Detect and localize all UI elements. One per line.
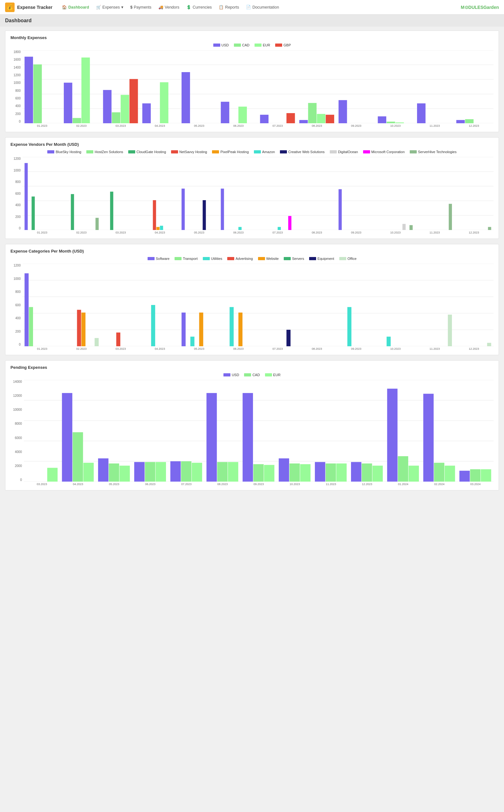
svg-rect-51 — [278, 227, 281, 230]
nav-documentation-label: Documentation — [252, 5, 279, 10]
legend-gbp: GBP — [275, 43, 291, 47]
svg-rect-106 — [279, 458, 289, 482]
svg-rect-55 — [409, 225, 413, 230]
nav-payments[interactable]: $ Payments — [127, 3, 155, 11]
leg-hostzen-color — [86, 150, 93, 153]
svg-rect-96 — [156, 462, 166, 482]
legend-gbp-label: GBP — [283, 43, 291, 47]
monthly-expenses-svg — [23, 50, 494, 123]
chart4-wrap: 0 2000 4000 6000 8000 10000 12000 14000 — [10, 380, 494, 482]
svg-rect-22 — [299, 120, 308, 123]
svg-rect-52 — [288, 216, 291, 230]
y-axis-4: 0 2000 4000 6000 8000 10000 12000 14000 — [10, 380, 24, 482]
x-axis-1: 01.202302.202303.202304.202305.202306.20… — [23, 124, 494, 127]
svg-rect-118 — [423, 394, 434, 482]
svg-rect-95 — [145, 462, 156, 482]
doc-icon: 📄 — [246, 5, 251, 10]
svg-rect-16 — [160, 82, 169, 123]
nav-expenses[interactable]: 🛒 Expenses ▾ — [93, 3, 127, 11]
svg-rect-113 — [362, 463, 372, 482]
page-header: Dashboard — [0, 15, 504, 27]
leg-pixelpeak-color — [212, 150, 219, 153]
svg-rect-12 — [112, 112, 120, 123]
nav-vendors[interactable]: 🚚 Vendors — [155, 3, 182, 11]
leg-netsavvy-color — [171, 150, 178, 153]
vendors-svg — [23, 157, 494, 230]
svg-rect-30 — [417, 103, 426, 123]
page-title: Dashboard — [5, 18, 32, 23]
svg-rect-40 — [32, 196, 35, 230]
svg-rect-19 — [238, 107, 247, 123]
categories-svg — [23, 264, 494, 346]
svg-rect-121 — [459, 471, 470, 482]
legend-eur-label: EUR — [263, 43, 270, 47]
svg-rect-115 — [387, 389, 398, 482]
y-axis-1: 0 200 400 600 800 1000 1200 1400 1600 18… — [10, 50, 23, 123]
svg-rect-56 — [449, 204, 452, 230]
svg-rect-29 — [395, 122, 404, 123]
svg-rect-97 — [170, 461, 181, 482]
svg-rect-47 — [182, 189, 185, 230]
svg-rect-45 — [156, 227, 160, 230]
vendors-legend: BlueSky Hosting HostZen Solutions CloudG… — [10, 150, 494, 154]
nav-reports-label: Reports — [225, 5, 239, 10]
svg-rect-101 — [217, 462, 228, 482]
leg-microsoft-color — [363, 150, 370, 153]
svg-rect-65 — [29, 307, 33, 347]
leg-bluesky-color — [47, 150, 54, 153]
monthly-expenses-legend: USD CAD EUR GBP — [10, 43, 494, 47]
svg-rect-13 — [121, 95, 129, 123]
legend-eur-color — [255, 43, 262, 47]
svg-rect-91 — [98, 458, 109, 482]
svg-rect-66 — [77, 310, 81, 346]
monthly-expenses-title: Monthly Expenses — [10, 35, 494, 40]
svg-rect-50 — [238, 227, 242, 230]
svg-rect-42 — [96, 218, 99, 230]
app-title: Expense Tracker — [17, 5, 52, 10]
svg-rect-77 — [347, 307, 351, 347]
brand-name2: Garden — [483, 5, 499, 10]
svg-rect-98 — [181, 461, 191, 482]
nav-currencies[interactable]: 💲 Currencies — [183, 3, 215, 11]
categories-per-month-card: Expense Categories Per Month (USD) Softw… — [5, 244, 499, 355]
svg-rect-123 — [481, 469, 491, 482]
svg-rect-23 — [308, 103, 317, 123]
svg-rect-87 — [47, 468, 58, 482]
svg-rect-70 — [151, 305, 155, 346]
x-axis-2: 01.202302.202303.202304.202305.202306.20… — [23, 231, 494, 234]
svg-rect-10 — [82, 57, 90, 123]
leg-serverhive-color — [410, 150, 417, 153]
legend-usd-color — [213, 43, 220, 47]
svg-rect-114 — [372, 466, 383, 482]
brand-o: ⊙ — [465, 5, 468, 10]
svg-rect-24 — [317, 114, 326, 123]
pending-legend: USD CAD EUR — [10, 373, 494, 377]
legend-cad-label: CAD — [242, 43, 249, 47]
svg-rect-74 — [229, 307, 234, 347]
categories-legend: Software Transport Utilities Advertising… — [10, 257, 494, 261]
svg-rect-49 — [221, 189, 224, 230]
svg-rect-68 — [95, 338, 99, 346]
nav-dashboard-label: Dashboard — [68, 5, 89, 10]
svg-rect-104 — [253, 464, 264, 482]
svg-rect-48 — [203, 200, 206, 230]
svg-rect-93 — [119, 466, 130, 482]
svg-rect-43 — [110, 191, 113, 230]
svg-rect-57 — [488, 227, 491, 230]
svg-rect-27 — [378, 116, 386, 123]
cart-icon: 🛒 — [96, 5, 101, 10]
svg-rect-78 — [387, 337, 391, 346]
nav-reports[interactable]: 📋 Reports — [216, 3, 242, 11]
main-content: Monthly Expenses USD CAD EUR GBP 0 200 — [0, 27, 504, 499]
app-logo-icon: 💰 — [5, 3, 15, 12]
svg-rect-122 — [470, 469, 481, 482]
nav-dashboard[interactable]: 🏠 Dashboard — [59, 3, 92, 11]
svg-rect-92 — [109, 463, 119, 482]
nav-payments-label: Payments — [134, 5, 151, 10]
svg-rect-53 — [339, 189, 342, 230]
svg-rect-111 — [336, 463, 347, 482]
nav-documentation[interactable]: 📄 Documentation — [243, 3, 282, 11]
svg-rect-94 — [134, 462, 145, 482]
svg-rect-31 — [456, 120, 465, 123]
home-icon: 🏠 — [62, 5, 67, 10]
